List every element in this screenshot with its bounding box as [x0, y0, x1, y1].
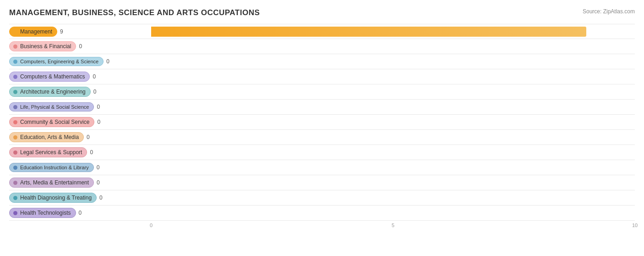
bar-track [151, 24, 635, 39]
dot-icon [13, 150, 17, 155]
bar-label-area: Computers & Mathematics0 [9, 72, 151, 82]
bar-pill: Business & Financial [9, 41, 76, 51]
x-axis-tick: 0 [150, 223, 153, 228]
bar-track [151, 130, 635, 145]
dot-icon [13, 181, 17, 185]
bar-value: 0 [93, 73, 102, 80]
bar-track [151, 69, 635, 84]
dot-icon [13, 120, 17, 124]
bar-value: 0 [97, 164, 106, 171]
bar-label-area: Education, Arts & Media0 [9, 132, 151, 142]
bar-row: Arts, Media & Entertainment0 [9, 175, 635, 190]
bar-label-area: Computers, Engineering & Science0 [9, 57, 151, 66]
bar-row: Computers & Mathematics0 [9, 69, 635, 84]
bar-label: Computers, Engineering & Science [20, 59, 98, 64]
bar-track [151, 100, 635, 114]
bar-track [151, 160, 635, 175]
bar-pill: Legal Services & Support [9, 147, 87, 157]
bar-row: Architecture & Engineering0 [9, 84, 635, 100]
bars-section: Management9Business & Financial0Computer… [9, 24, 635, 235]
bar-track [151, 206, 635, 220]
source-label: Source: ZipAtlas.com [583, 8, 635, 15]
chart-title: MANAGEMENT, BUSINESS, SCIENCE AND ARTS O… [9, 8, 260, 17]
bar-row: Health Technologists0 [9, 206, 635, 221]
x-axis: 0510 [151, 223, 635, 232]
bar-label-area: Health Technologists0 [9, 208, 151, 218]
chart-area: Management9Business & Financial0Computer… [9, 24, 635, 235]
bar-row: Business & Financial0 [9, 39, 635, 54]
bar-label-area: Business & Financial0 [9, 41, 151, 51]
bar-label: Legal Services & Support [20, 149, 82, 156]
bar-label: Health Diagnosing & Treating [20, 195, 92, 201]
bar-track [151, 115, 635, 129]
bar-fill [151, 27, 586, 37]
dot-icon [13, 90, 17, 94]
bar-label-area: Life, Physical & Social Science0 [9, 102, 151, 111]
dot-icon [13, 29, 17, 33]
bar-pill: Life, Physical & Social Science [9, 102, 94, 111]
bar-pill: Health Diagnosing & Treating [9, 193, 97, 203]
bar-row: Legal Services & Support0 [9, 145, 635, 160]
bar-row: Management9 [9, 24, 635, 39]
bar-label-area: Management9 [9, 27, 151, 37]
bar-value: 9 [60, 28, 69, 35]
bar-label: Education Instruction & Library [20, 165, 89, 170]
dot-icon [13, 60, 17, 64]
dot-icon [13, 135, 17, 139]
chart-container: MANAGEMENT, BUSINESS, SCIENCE AND ARTS O… [0, 0, 644, 256]
bar-label: Health Technologists [20, 210, 71, 216]
bar-track [151, 54, 635, 69]
bar-label-area: Legal Services & Support0 [9, 147, 151, 157]
title-row: MANAGEMENT, BUSINESS, SCIENCE AND ARTS O… [9, 8, 635, 17]
bar-track [151, 145, 635, 160]
bar-value: 0 [93, 89, 103, 95]
bar-pill: Community & Social Service [9, 117, 94, 127]
bar-track [151, 84, 635, 99]
bar-value: 0 [87, 134, 96, 140]
bar-value: 0 [79, 43, 88, 50]
bar-row: Life, Physical & Social Science0 [9, 100, 635, 115]
bar-label-area: Health Diagnosing & Treating0 [9, 193, 151, 203]
bar-pill: Management [9, 27, 57, 37]
bar-label: Management [20, 28, 52, 35]
bar-label: Education, Arts & Media [20, 134, 79, 140]
bar-value: 0 [97, 179, 106, 186]
bar-label: Computers & Mathematics [20, 73, 85, 80]
bar-label-area: Arts, Media & Entertainment0 [9, 178, 151, 188]
bar-value: 0 [106, 58, 115, 65]
bar-label-area: Architecture & Engineering0 [9, 87, 151, 97]
bar-pill: Education, Arts & Media [9, 132, 84, 142]
bar-pill: Computers & Mathematics [9, 72, 90, 82]
bar-label-area: Education Instruction & Library0 [9, 163, 151, 172]
bar-label: Architecture & Engineering [20, 89, 86, 95]
bar-label: Community & Social Service [20, 119, 89, 125]
dot-icon [13, 196, 17, 200]
bar-row: Education, Arts & Media0 [9, 130, 635, 145]
bar-label: Business & Financial [20, 43, 71, 50]
bar-track [151, 175, 635, 190]
bar-row: Computers, Engineering & Science0 [9, 54, 635, 69]
dot-icon [13, 75, 17, 79]
bar-track [151, 39, 635, 54]
dot-icon [13, 105, 17, 109]
bar-pill: Architecture & Engineering [9, 87, 91, 97]
bar-label: Life, Physical & Social Science [20, 104, 89, 110]
bar-value: 0 [90, 149, 99, 156]
bar-row: Health Diagnosing & Treating0 [9, 190, 635, 206]
bar-value: 0 [79, 210, 88, 216]
bar-pill: Arts, Media & Entertainment [9, 178, 94, 188]
bar-pill: Education Instruction & Library [9, 163, 94, 172]
dot-icon [13, 211, 17, 215]
bar-value: 0 [97, 119, 106, 125]
dot-icon [13, 166, 17, 170]
bar-row: Community & Social Service0 [9, 115, 635, 130]
x-axis-tick: 5 [392, 223, 394, 228]
x-axis-tick: 10 [632, 223, 638, 228]
dot-icon [13, 45, 17, 49]
bar-label-area: Community & Social Service0 [9, 117, 151, 127]
bar-track [151, 190, 635, 205]
bar-label: Arts, Media & Entertainment [20, 179, 89, 186]
bar-value: 0 [97, 104, 106, 110]
bar-row: Education Instruction & Library0 [9, 160, 635, 175]
bar-pill: Computers, Engineering & Science [9, 57, 104, 66]
